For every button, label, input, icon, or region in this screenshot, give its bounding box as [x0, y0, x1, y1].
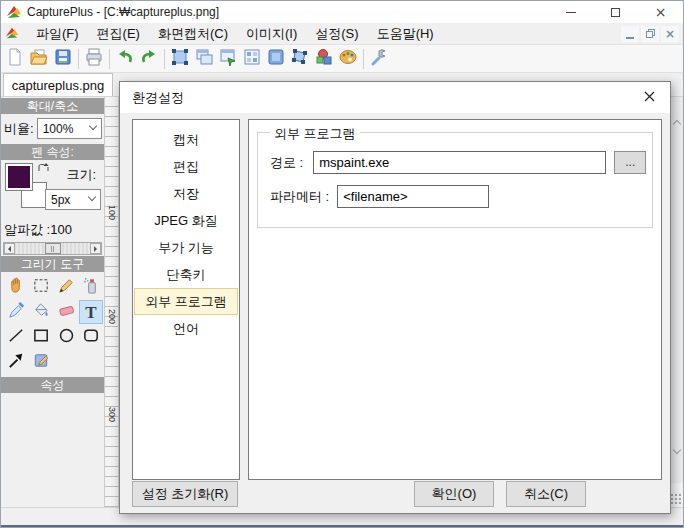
menu-edit[interactable]: 편집(E) [88, 23, 149, 45]
ok-button[interactable]: 확인(O) [414, 481, 494, 507]
palette-button[interactable] [336, 47, 360, 71]
app-logo-small-icon [5, 26, 21, 42]
fill-bucket-icon [32, 301, 51, 323]
ruler-mark: 100 [107, 205, 117, 219]
settings-nav-edit[interactable]: 편집 [134, 153, 238, 180]
vertical-scrollbar[interactable] [670, 97, 683, 483]
tab-captureplus[interactable]: captureplus.png [3, 73, 113, 96]
rectangle-tool[interactable] [29, 325, 53, 349]
settings-nav-shortcuts[interactable]: 단축키 [134, 261, 238, 288]
text-tool[interactable]: T [79, 300, 103, 324]
close-icon: × [655, 5, 667, 19]
mdi-close-button[interactable]: × [661, 26, 679, 42]
mdi-minimize-button[interactable] [621, 26, 639, 42]
open-file-icon [29, 47, 49, 70]
dialog-close-button[interactable] [640, 89, 658, 107]
chevron-down-icon [88, 193, 96, 201]
eyedropper-tool[interactable] [4, 300, 28, 324]
maximize-button[interactable] [593, 1, 638, 23]
settings-nav-extras[interactable]: 부가 기능 [134, 234, 238, 261]
redo-icon [139, 47, 159, 70]
toolbar [1, 45, 683, 73]
external-program-groupbox: 외부 프로그램 경로 : ... 파라메터 : [257, 132, 653, 228]
groupbox-title: 외부 프로그램 [270, 125, 360, 143]
slider-thumb[interactable] [45, 243, 61, 254]
mdi-restore-icon [646, 29, 655, 38]
capture-window-icon [194, 47, 214, 70]
save-icon [53, 47, 73, 70]
arrow-tool[interactable] [4, 350, 28, 374]
settings-content-panel: 외부 프로그램 경로 : ... 파라메터 : [248, 119, 662, 480]
cancel-button[interactable]: 취소(C) [506, 481, 586, 507]
settings-nav-jpeg[interactable]: JPEG 화질 [134, 207, 238, 234]
menu-image[interactable]: 이미지(I) [237, 23, 306, 45]
title-bar: CapturePlus - [C:₩captureplus.png] × [1, 1, 683, 23]
menu-file[interactable]: 파일(F) [27, 23, 88, 45]
pan-hand-tool[interactable] [4, 275, 28, 299]
browse-button[interactable]: ... [614, 151, 646, 174]
minimize-button[interactable] [548, 1, 593, 23]
toolbar-separator [109, 49, 110, 69]
capture-active-window-button[interactable] [216, 47, 240, 71]
mdi-restore-button[interactable] [641, 26, 659, 42]
chevron-down-icon [89, 122, 97, 130]
line-tool[interactable] [4, 325, 28, 349]
settings-nav-external-program[interactable]: 외부 프로그램 [134, 288, 238, 315]
menu-settings[interactable]: 설정(S) [306, 23, 367, 45]
close-button[interactable]: × [638, 1, 683, 23]
note-tool[interactable] [29, 350, 53, 374]
pen-size-select[interactable]: 5px [45, 189, 101, 210]
eraser-tool[interactable] [54, 300, 78, 324]
fill-bucket-tool[interactable] [29, 300, 53, 324]
capture-freeform-button[interactable] [288, 47, 312, 71]
reset-settings-button[interactable]: 설정 초기화(R) [132, 481, 238, 507]
swap-colors-icon[interactable] [37, 162, 50, 178]
ratio-value: 100% [43, 122, 74, 136]
dialog-title: 환경설정 [132, 89, 184, 107]
select-region-tool[interactable] [29, 275, 53, 299]
sidebar: 확대/축소 비율: 100% 펜 속성: 크기: 5px 알파값 :100 그리… [1, 97, 105, 507]
zoom-ratio-select[interactable]: 100% [37, 118, 102, 139]
undo-button[interactable] [113, 47, 137, 71]
print-button[interactable] [82, 47, 106, 71]
ellipse-tool[interactable] [54, 325, 78, 349]
zoom-section-header: 확대/축소 [1, 98, 104, 114]
settings-nav-save[interactable]: 저장 [134, 180, 238, 207]
slider-right-arrow[interactable] [90, 243, 101, 254]
pencil-tool[interactable] [54, 275, 78, 299]
print-icon [84, 47, 104, 70]
capture-region-button[interactable] [168, 47, 192, 71]
settings-nav-list: 캡처 편집 저장 JPEG 화질 부가 기능 단축키 외부 프로그램 언어 [132, 119, 240, 480]
spray-tool[interactable] [79, 275, 103, 299]
settings-wrench-button[interactable] [367, 47, 391, 71]
capture-window-button[interactable] [192, 47, 216, 71]
path-input[interactable] [313, 151, 606, 174]
menu-help[interactable]: 도움말(H) [368, 23, 443, 45]
scroll-up-icon[interactable] [673, 120, 681, 128]
rounded-rectangle-tool[interactable] [79, 325, 103, 349]
tools-section-header: 그리기 도구 [1, 256, 104, 272]
slider-left-arrow[interactable] [4, 243, 15, 254]
save-button[interactable] [51, 47, 75, 71]
capture-fullscreen-button[interactable] [264, 47, 288, 71]
settings-nav-capture[interactable]: 캡처 [134, 126, 238, 153]
redo-button[interactable] [137, 47, 161, 71]
capture-control-button[interactable] [240, 47, 264, 71]
dialog-close-icon [644, 90, 655, 105]
settings-nav-language[interactable]: 언어 [134, 315, 238, 342]
capture-objects-button[interactable] [312, 47, 336, 71]
undo-icon [115, 47, 135, 70]
foreground-color-swatch[interactable] [5, 163, 33, 191]
path-label: 경로 : [270, 154, 303, 172]
menu-capture[interactable]: 화면캡처(C) [149, 23, 237, 45]
app-window: CapturePlus - [C:₩captureplus.png] × 파일(… [0, 0, 684, 528]
resize-grip[interactable] [670, 493, 682, 505]
rectangle-icon [32, 326, 51, 348]
alpha-slider[interactable] [3, 242, 102, 255]
open-file-button[interactable] [27, 47, 51, 71]
new-document-button[interactable] [3, 47, 27, 71]
toolbar-separator [78, 49, 79, 69]
param-label: 파라메터 : [270, 188, 329, 206]
scroll-down-icon[interactable] [673, 446, 681, 454]
param-input[interactable] [337, 185, 489, 208]
